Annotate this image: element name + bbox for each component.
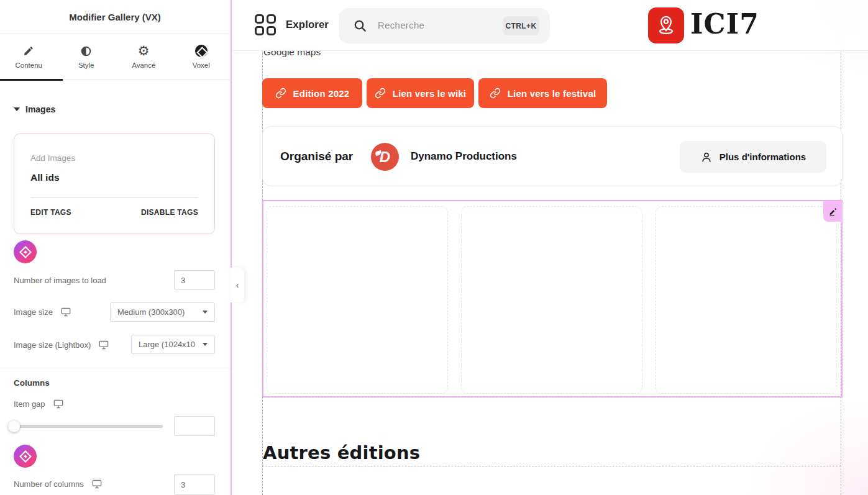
tab-contenu[interactable]: Contenu — [0, 34, 58, 79]
pencil-icon — [828, 207, 838, 217]
organized-by-label: Organisé par — [280, 150, 353, 163]
search-placeholder: Recherche — [378, 20, 424, 30]
item-gap-slider-handle[interactable] — [8, 420, 20, 432]
gallery-image-placeholder — [656, 206, 837, 394]
other-editions-heading: Autres éditions — [263, 442, 420, 463]
search-icon — [353, 19, 367, 33]
voxel-dynamic-icon[interactable] — [14, 240, 37, 263]
tab-avance[interactable]: ⚙ Avancé — [115, 34, 173, 79]
link-icon — [375, 88, 386, 99]
image-size-select[interactable]: Medium (300x300) — [110, 302, 215, 322]
gear-icon: ⚙ — [138, 45, 150, 57]
more-info-button[interactable]: Plus d'informations — [680, 141, 826, 173]
explorer-grid-icon[interactable] — [255, 14, 278, 37]
chevron-down-icon — [203, 311, 208, 314]
number-images-label: Number of images to load — [14, 276, 106, 285]
voxel-diamond-icon — [195, 45, 208, 57]
disable-tags-button[interactable]: DISABLE TAGS — [141, 208, 198, 217]
monitor-icon — [61, 307, 71, 317]
monitor-icon — [53, 399, 63, 409]
organizer-card: Organisé par D Dynamo Productions Plus d… — [262, 126, 843, 186]
section-guide-line-bottom — [262, 466, 841, 466]
panel-preview-divider — [231, 0, 232, 495]
tab-style[interactable]: Style — [58, 34, 116, 79]
person-icon — [700, 151, 713, 163]
explorer-link[interactable]: Explorer — [286, 19, 329, 31]
collapse-arrow-icon — [14, 107, 20, 111]
lien-wiki-button[interactable]: Lien vers le wiki — [367, 78, 474, 108]
gallery-image-placeholder — [461, 206, 642, 394]
images-section-header[interactable]: Images — [14, 104, 55, 114]
pencil-icon — [23, 45, 34, 57]
columns-heading: Columns — [14, 378, 50, 388]
search-input[interactable]: Recherche CTRL+K — [339, 8, 550, 43]
image-size-label: Image size — [14, 307, 53, 317]
edit-widget-button[interactable] — [823, 201, 843, 222]
item-gap-slider[interactable] — [14, 425, 163, 428]
panel-tabs: Contenu Style ⚙ Avancé Voxel — [0, 34, 230, 80]
edition-2022-button[interactable]: Edition 2022 — [262, 78, 362, 108]
organizer-name: Dynamo Productions — [411, 150, 517, 163]
gallery-widget-selected[interactable] — [262, 200, 843, 397]
lien-festival-button[interactable]: Lien vers le festival — [478, 78, 607, 108]
keyboard-shortcut-badge: CTRL+K — [503, 16, 539, 35]
card-divider — [30, 198, 198, 198]
number-columns-label: Number of columns — [14, 479, 84, 489]
add-images-label: Add Images — [30, 153, 75, 163]
images-source-value: All ids — [30, 172, 60, 183]
active-tab-indicator — [0, 79, 63, 81]
voxel-dynamic-icon[interactable] — [14, 445, 37, 468]
panel-title: Modifier Gallery (VX) — [0, 0, 230, 34]
ici7-logo-text[interactable]: ICI7 — [690, 8, 759, 40]
chevron-left-icon: ‹ — [236, 280, 239, 290]
edit-tags-button[interactable]: EDIT TAGS — [30, 208, 71, 217]
panel-collapse-button[interactable]: ‹ — [231, 268, 244, 302]
images-source-card[interactable]: Add Images All ids EDIT TAGS DISABLE TAG… — [14, 134, 215, 234]
item-gap-label: Item gap — [14, 399, 45, 409]
gallery-bottom-guide — [262, 397, 843, 397]
link-icon — [490, 88, 501, 99]
site-preview: Google maps Explorer Recherche CTRL+K IC… — [232, 0, 868, 495]
monitor-icon — [92, 479, 102, 489]
contrast-icon — [80, 45, 92, 57]
dynamo-logo: D — [371, 143, 399, 171]
site-header: Explorer Recherche CTRL+K ICI7 — [232, 0, 868, 51]
number-columns-input[interactable] — [174, 474, 215, 495]
chevron-down-icon — [203, 343, 208, 346]
tab-voxel[interactable]: Voxel — [173, 34, 231, 79]
number-images-input[interactable] — [174, 270, 215, 290]
link-icon — [275, 88, 286, 99]
widget-settings-panel: Modifier Gallery (VX) Contenu Style ⚙ Av… — [0, 0, 230, 495]
monitor-icon — [99, 340, 109, 350]
panel-divider — [0, 368, 230, 368]
image-size-lightbox-select[interactable]: Large (1024x10 — [131, 335, 215, 354]
item-gap-input[interactable] — [174, 416, 215, 436]
ici7-logo-icon[interactable] — [648, 7, 684, 43]
image-size-lightbox-label: Image size (Lightbox) — [14, 340, 91, 350]
gallery-image-placeholder — [267, 206, 448, 394]
